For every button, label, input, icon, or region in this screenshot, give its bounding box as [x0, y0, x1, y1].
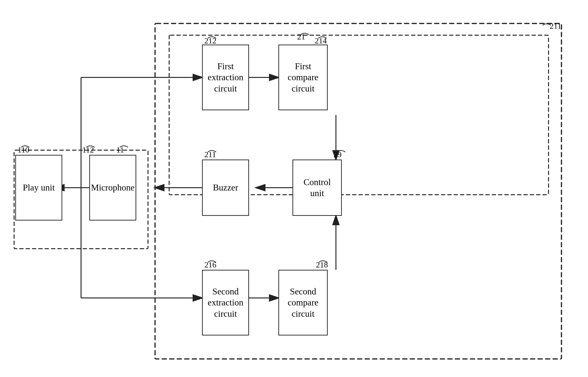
label-216: 216	[204, 260, 216, 269]
buzzer-block: Buzzer	[202, 160, 249, 216]
microphone-block: Microphone	[89, 155, 136, 221]
first-extraction-label: Firstextractioncircuit	[208, 61, 243, 94]
label-211: 211	[204, 150, 216, 159]
second-extraction-label: Secondextractioncircuit	[208, 286, 243, 319]
diagram: 211 21 Firstextractioncircuit 212 Firstc…	[0, 0, 588, 377]
label-218: 218	[316, 260, 328, 269]
label-21: 21	[297, 32, 305, 41]
label-110: 110	[18, 145, 29, 154]
first-compare-label: Firstcomparecircuit	[288, 61, 319, 94]
first-extraction-circuit-block: Firstextractioncircuit	[202, 45, 249, 110]
second-compare-circuit-block: Secondcomparecircuit	[278, 270, 328, 335]
label-214: 214	[315, 36, 327, 45]
label-112: 112	[82, 145, 94, 154]
first-compare-circuit-block: Firstcomparecircuit	[278, 45, 328, 110]
play-unit-block: Play unit	[15, 155, 62, 221]
control-unit-label: Controlunit	[303, 177, 331, 199]
microphone-label: Microphone	[91, 182, 135, 193]
second-extraction-circuit-block: Secondextractioncircuit	[202, 270, 249, 335]
second-compare-label: Secondcomparecircuit	[288, 286, 319, 319]
label-29: 29	[334, 150, 342, 159]
buzzer-label: Buzzer	[213, 182, 238, 193]
play-unit-label: Play unit	[23, 182, 55, 193]
label-20: 211	[550, 22, 562, 31]
control-unit-block: Controlunit	[292, 160, 342, 216]
label-11: 11	[116, 145, 124, 154]
label-212: 212	[204, 36, 216, 45]
